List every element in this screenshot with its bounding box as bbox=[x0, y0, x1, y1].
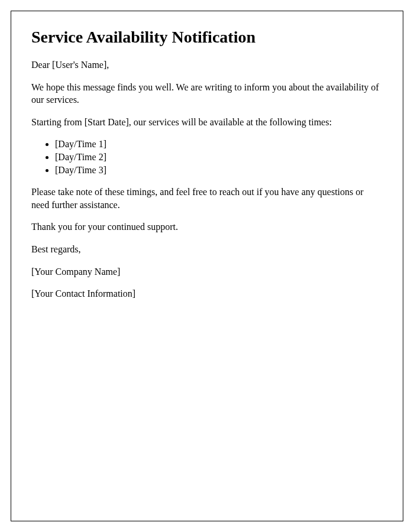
page-title: Service Availability Notification bbox=[31, 28, 383, 47]
schedule-lead: Starting from [Start Date], our services… bbox=[31, 116, 383, 129]
signoff: Best regards, bbox=[31, 243, 383, 256]
intro-paragraph: We hope this message finds you well. We … bbox=[31, 81, 383, 106]
document-frame: Service Availability Notification Dear [… bbox=[11, 11, 403, 521]
list-item: [Day/Time 1] bbox=[55, 138, 383, 151]
list-item: [Day/Time 3] bbox=[55, 164, 383, 177]
company-name: [Your Company Name] bbox=[31, 265, 383, 278]
thanks-paragraph: Thank you for your continued support. bbox=[31, 220, 383, 233]
list-item: [Day/Time 2] bbox=[55, 151, 383, 164]
note-paragraph: Please take note of these timings, and f… bbox=[31, 186, 383, 211]
greeting: Dear [User's Name], bbox=[31, 59, 383, 72]
contact-info: [Your Contact Information] bbox=[31, 287, 383, 300]
schedule-list: [Day/Time 1] [Day/Time 2] [Day/Time 3] bbox=[31, 138, 383, 176]
